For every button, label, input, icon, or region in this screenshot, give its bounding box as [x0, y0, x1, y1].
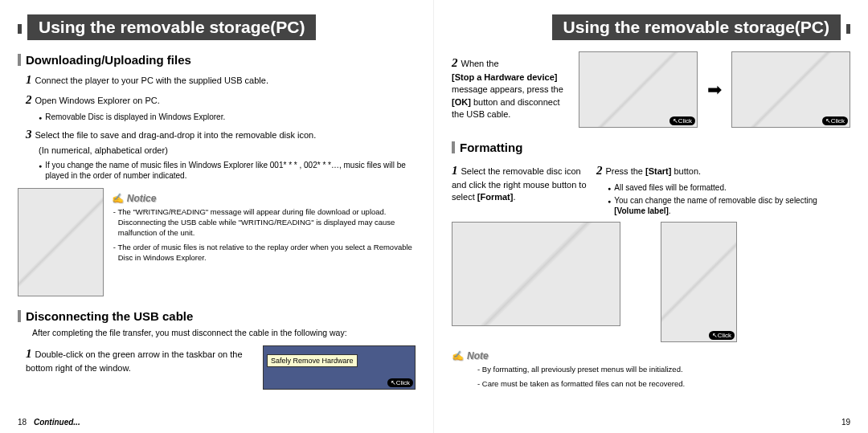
- format-dialog-screenshot: ↖Click: [661, 222, 737, 342]
- note-item: Care must be taken as formatted files ca…: [476, 379, 850, 390]
- notice-box: Notice The "WRITING/READING" message wil…: [112, 193, 416, 268]
- step: 2When the [Stop a Hardware device] messa…: [452, 55, 571, 121]
- footer: 19: [841, 418, 850, 427]
- taskbar-screenshot: Safely Remove Hardware ↖Click: [263, 345, 416, 390]
- page-title: Using the removable storage(PC): [552, 14, 841, 40]
- bold-label: [Start]: [645, 166, 671, 176]
- footer: 18 Continued...: [18, 418, 80, 427]
- step: 2Open Windows Explorer on PC.: [26, 92, 416, 108]
- dialog-screenshot-2: ↖Click: [731, 51, 850, 128]
- explorer-screenshot: [18, 188, 104, 296]
- intro-text: After completing the file transfer, you …: [32, 328, 416, 337]
- sub-text: You can change the name of removable dis…: [614, 195, 850, 217]
- sub-text: If you change the name of music files in…: [45, 160, 416, 182]
- step: 2Press the [Start] button.: [596, 162, 850, 179]
- click-badge: ↖Click: [822, 116, 848, 125]
- section-disconnecting: Disconnecting the USB cable: [18, 309, 416, 323]
- step-text: Press the: [606, 166, 643, 176]
- notice-item: The "WRITING/READING" message will appea…: [112, 207, 416, 238]
- note-label: Note: [452, 350, 850, 362]
- section-downloading: Downloading/Uploading files: [18, 53, 416, 67]
- title-row: Using the removable storage(PC): [452, 14, 850, 40]
- bold-label: [Format]: [477, 192, 514, 202]
- page-title: Using the removable storage(PC): [27, 14, 316, 40]
- step-text: button.: [674, 166, 701, 176]
- arrow-icon: ➡: [706, 80, 723, 100]
- page-18: Using the removable storage(PC) Download…: [0, 0, 434, 433]
- step: 1Select the removable disc icon and clic…: [452, 162, 588, 204]
- bold-label: [OK]: [452, 97, 471, 107]
- step: 3Select the file to save and drag-and-dr…: [26, 126, 416, 143]
- sub-text: All saved files will be formatted.: [614, 182, 727, 194]
- step-text: Open Windows Explorer on PC.: [35, 96, 160, 105]
- page-19: Using the removable storage(PC) 2When th…: [434, 0, 868, 433]
- click-badge: ↖Click: [669, 116, 695, 125]
- click-badge: ↖Click: [387, 378, 413, 387]
- step-line2: (In numerical, alphabetical order): [39, 145, 416, 157]
- page-number: 19: [841, 418, 850, 427]
- context-menu-screenshot: [452, 222, 620, 326]
- page-number: 18: [18, 418, 27, 427]
- step: 1Double-click on the green arrow in the …: [26, 345, 255, 374]
- note-box: Note By formatting, all previously prese…: [452, 350, 850, 390]
- sub-bullet: Removable Disc is displayed in Windows E…: [39, 112, 416, 123]
- step-text: message appears, press the: [452, 84, 563, 94]
- click-badge: ↖Click: [709, 331, 735, 340]
- note-item: By formatting, all previously preset men…: [476, 365, 850, 375]
- sub-bullet: If you change the name of music files in…: [39, 160, 416, 182]
- step-text: Select the file to save and drag-and-dro…: [35, 130, 317, 140]
- step-text: Double-click on the green arrow in the t…: [26, 349, 243, 373]
- notice-item: The order of music files is not relative…: [112, 243, 416, 263]
- sub-bullet: You can change the name of removable dis…: [608, 195, 850, 217]
- continued-label: Continued...: [34, 418, 80, 427]
- notice-label: Notice: [112, 193, 416, 204]
- title-row: Using the removable storage(PC): [18, 14, 416, 40]
- step-text: Connect the player to your PC with the s…: [35, 76, 268, 85]
- sub-bullet: All saved files will be formatted.: [608, 182, 850, 194]
- step-text: Select the removable disc icon and click…: [452, 166, 587, 202]
- section-formatting: Formatting: [452, 141, 850, 154]
- step-text: When the: [461, 59, 499, 68]
- dialog-screenshot-1: ↖Click: [579, 51, 698, 128]
- tooltip-label: Safely Remove Hardware: [267, 354, 358, 367]
- sub-text: Removable Disc is displayed in Windows E…: [45, 112, 225, 123]
- step: 1Connect the player to your PC with the …: [26, 71, 416, 88]
- bold-label: [Stop a Hardware device]: [452, 72, 557, 82]
